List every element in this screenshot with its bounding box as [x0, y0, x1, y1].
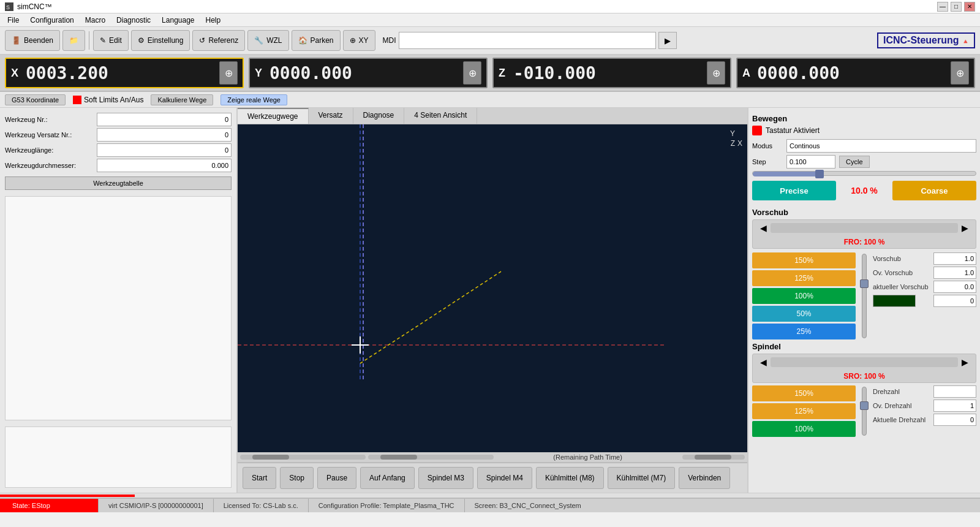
speed-slider-thumb[interactable]	[860, 279, 869, 288]
g53-button[interactable]: G53 Koordinate	[5, 94, 66, 105]
menu-diagnostic[interactable]: Diagnostic	[111, 15, 156, 26]
laenge-input[interactable]	[97, 143, 232, 157]
spindel-150-button[interactable]: 150%	[752, 385, 856, 401]
speed-zero-input[interactable]	[933, 295, 976, 307]
axis-a-group: A 0000.000 ⊕	[736, 58, 975, 88]
spindel-m3-button[interactable]: Spindel M3	[418, 467, 473, 489]
verbinden-button[interactable]: Verbinden	[679, 467, 730, 489]
menu-configuration[interactable]: Configuration	[25, 15, 78, 26]
speed-25-button[interactable]: 25%	[752, 324, 856, 339]
maximize-button[interactable]: □	[951, 2, 962, 12]
spindel-slider-thumb[interactable]	[860, 401, 869, 410]
parken-button[interactable]: 🏠 Parken	[292, 30, 341, 51]
referenz-button[interactable]: ↺ Referenz	[192, 30, 245, 51]
speed-50-button[interactable]: 50%	[752, 306, 856, 322]
axis-z-zero-button[interactable]: ⊕	[707, 61, 725, 85]
cycle-button[interactable]: Cycle	[839, 156, 870, 168]
spindel-125-button[interactable]: 125%	[752, 403, 856, 419]
modus-input[interactable]	[786, 139, 976, 153]
werkzeug-tabelle-button[interactable]: Werkzeugtabelle	[5, 176, 232, 190]
sro-left-arrow[interactable]: ◀	[756, 356, 771, 368]
axis-x-zero-button[interactable]: ⊕	[219, 61, 238, 85]
ov-drehzahl-param-label: Ov. Drehzahl	[873, 402, 911, 409]
step-input[interactable]	[786, 155, 835, 169]
tab-diagnose[interactable]: Diagnose	[353, 108, 405, 124]
parken-label: Parken	[311, 36, 334, 45]
axis-z-value: -010.000	[513, 63, 704, 83]
close-button[interactable]: ✕	[964, 2, 975, 12]
scrollbar-mid-track[interactable]	[368, 455, 494, 460]
xy-button[interactable]: ⊕ XY	[343, 30, 375, 51]
speed-150-button[interactable]: 150%	[752, 252, 856, 268]
statusbar: State: EStop virt CSMIO/IP-S [0000000000…	[0, 498, 980, 512]
durchmesser-input[interactable]	[97, 159, 232, 172]
vorschub-param-input[interactable]	[933, 252, 976, 265]
speed-125-button[interactable]: 125%	[752, 270, 856, 286]
spindel-slider-col[interactable]	[859, 385, 869, 437]
referenz-label: Referenz	[208, 36, 238, 45]
beenden-button[interactable]: 🚪 Beenden	[5, 30, 60, 51]
auf-anfang-button[interactable]: Auf Anfang	[360, 467, 415, 489]
menu-help[interactable]: Help	[201, 15, 226, 26]
menu-language[interactable]: Language	[157, 15, 199, 26]
precise-button[interactable]: Precise	[752, 181, 836, 200]
tab-werkzeugwege[interactable]: Werkzeugwege	[238, 108, 309, 124]
tab-4seiten[interactable]: 4 Seiten Ansicht	[404, 108, 477, 124]
werkzeug-nr-input[interactable]	[97, 113, 232, 126]
kuehlmittel-m7-button[interactable]: Kühlmittel (M7)	[608, 467, 676, 489]
aktuelle-param-row: Aktuelle Drehzahl	[873, 414, 976, 426]
step-slider-track[interactable]	[752, 171, 976, 176]
wzl-button[interactable]: 🔧 WZL	[247, 30, 288, 51]
start-button[interactable]: Start	[243, 467, 276, 489]
spindel-title: Spindel	[752, 342, 976, 351]
spindel-100-button[interactable]: 100%	[752, 421, 856, 437]
scrollbar-left-track[interactable]	[240, 455, 366, 460]
slider-row[interactable]	[752, 171, 976, 176]
minimize-button[interactable]: —	[937, 2, 948, 12]
scrollbar-right-thumb[interactable]	[695, 455, 731, 460]
ov-drehzahl-param-input[interactable]	[933, 400, 976, 412]
drehzahl-param-input[interactable]	[933, 385, 976, 398]
scrollbar-left-thumb[interactable]	[252, 455, 289, 460]
scrollbar-right-track[interactable]	[682, 455, 745, 460]
spindel-m4-button[interactable]: Spindel M4	[477, 467, 532, 489]
xy-label: XY	[359, 36, 369, 45]
sro-right-arrow[interactable]: ▶	[958, 356, 972, 368]
speed-slider-track[interactable]	[862, 254, 867, 338]
aktuelle-param-input[interactable]	[933, 414, 976, 426]
edit-button[interactable]: ✎ Edit	[93, 30, 129, 51]
einstellung-button[interactable]: ⚙ Einstellung	[131, 30, 190, 51]
titlebar-controls[interactable]: — □ ✕	[937, 2, 975, 12]
speed-100-button[interactable]: 100%	[752, 288, 856, 304]
fro-right-arrow[interactable]: ▶	[958, 222, 972, 234]
ov-vorschub-param-label: Ov. Vorschub	[873, 269, 913, 276]
tool-preview-box2	[5, 427, 232, 488]
licensed-status: Licensed To: CS-Lab s.c.	[214, 502, 308, 509]
kalkuliere-button[interactable]: Kalkuliere Wege	[151, 94, 213, 105]
mdi-input[interactable]	[399, 32, 656, 49]
aktueller-param-input[interactable]	[933, 281, 976, 293]
menu-macro[interactable]: Macro	[80, 15, 110, 26]
stop-button[interactable]: Stop	[280, 467, 314, 489]
axis-y-zero-button[interactable]: ⊕	[463, 61, 481, 85]
speed-slider-col[interactable]	[859, 252, 869, 339]
file-button[interactable]: 📁	[62, 30, 85, 51]
kuehlmittel-m8-button[interactable]: Kühlmittel (M8)	[536, 467, 604, 489]
axis-y-label: Y	[255, 67, 266, 80]
axis-a-zero-button[interactable]: ⊕	[951, 61, 969, 85]
mdi-run-button[interactable]: ▶	[658, 32, 677, 49]
zeige-button[interactable]: Zeige reale Wege	[221, 94, 287, 105]
viewport-scrollbar[interactable]: (Remaining Path Time)	[238, 452, 747, 462]
menu-file[interactable]: File	[2, 15, 24, 26]
fro-left-arrow[interactable]: ◀	[756, 222, 771, 234]
viewport[interactable]: Y Z X	[238, 124, 747, 452]
spindel-slider-track[interactable]	[862, 387, 867, 436]
step-slider-thumb[interactable]	[815, 170, 824, 178]
sro-header: ◀ ▶	[753, 354, 976, 370]
coarse-button[interactable]: Coarse	[892, 181, 976, 200]
versatz-nr-input[interactable]	[97, 128, 232, 142]
pause-button[interactable]: Pause	[317, 467, 356, 489]
ov-vorschub-param-input[interactable]	[933, 267, 976, 279]
scrollbar-mid-thumb[interactable]	[380, 455, 417, 460]
tab-versatz[interactable]: Versatz	[309, 108, 353, 124]
